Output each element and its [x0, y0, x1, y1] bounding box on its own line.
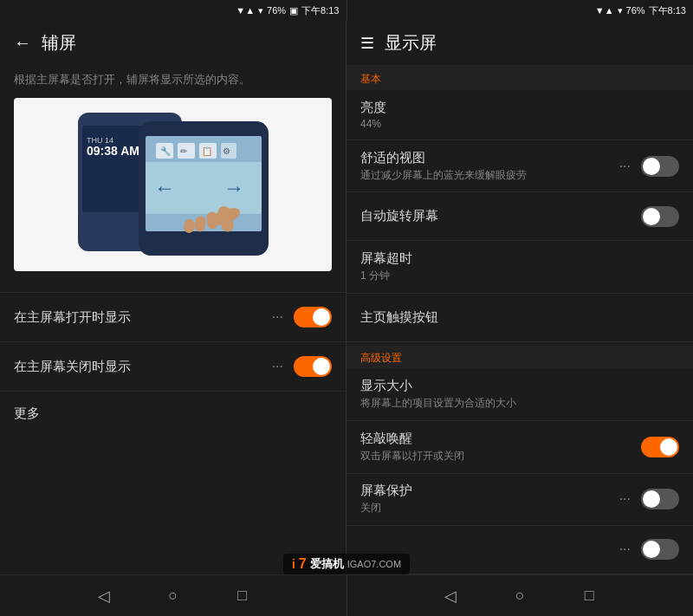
brightness-item[interactable]: 亮度 44% [346, 90, 693, 140]
knock-awake-item[interactable]: 轻敲唤醒 双击屏幕以打开或关闭 [346, 421, 693, 473]
knock-awake-toggle[interactable] [641, 437, 679, 457]
setting-show-on-open: 在主屏幕打开时显示 ··· [0, 292, 346, 341]
show-on-open-more[interactable]: ··· [272, 309, 283, 325]
display-size-item[interactable]: 显示大小 将屏幕上的项目设置为合适的大小 [346, 369, 693, 421]
auto-rotate-toggle[interactable] [641, 206, 679, 227]
comfortable-view-more[interactable]: ··· [619, 159, 631, 174]
screen-timeout-text: 屏幕超时 1 分钟 [360, 250, 679, 283]
right-panel-title: 显示屏 [385, 31, 437, 55]
comfortable-view-text: 舒适的视图 通过减少屏幕上的蓝光来缓解眼疲劳 [360, 150, 619, 183]
more-link[interactable]: 更多 [0, 391, 346, 436]
home-touch-item[interactable]: 主页触摸按钮 [346, 294, 693, 342]
back-button[interactable]: ← [14, 33, 31, 53]
auto-rotate-text: 自动旋转屏幕 [360, 208, 641, 224]
extra-item[interactable]: ··· [346, 526, 693, 574]
screen-timeout-title: 屏幕超时 [360, 250, 679, 267]
brightness-text: 亮度 44% [360, 100, 679, 130]
left-panel: ← 辅屏 根据主屏幕是否打开，辅屏将显示所选的内容。 THU 14 09:38 … [0, 21, 346, 574]
nav-left: ◁ ○ □ [0, 574, 346, 616]
screen-saver-text: 屏幕保护 关闭 [360, 483, 619, 515]
menu-icon[interactable]: ☰ [360, 34, 374, 53]
wifi-icon-right: ▾ [618, 5, 623, 16]
nav-home-left[interactable]: ○ [156, 579, 191, 613]
brightness-sub: 44% [360, 118, 679, 130]
nav-recent-right[interactable]: □ [572, 579, 606, 613]
time-right: 下午8:13 [649, 4, 686, 17]
show-on-close-more[interactable]: ··· [272, 359, 283, 374]
time-left: 下午8:13 [301, 4, 339, 17]
illustration-svg: THU 14 09:38 AM 🔧 ✏ 📋 ⚙ ← → [26, 100, 321, 269]
battery-left: 76% [267, 5, 286, 16]
wifi-icon-left: ▾ [258, 5, 263, 16]
svg-text:⚙: ⚙ [223, 146, 230, 156]
nav-right: ◁ ○ □ [346, 574, 694, 616]
section-basic: 基本 [346, 65, 693, 90]
home-touch-text: 主页触摸按钮 [360, 309, 679, 326]
right-panel: ☰ 显示屏 基本 亮度 44% 舒适的视图 通过减少屏幕上的蓝光来缓解眼疲劳 ·… [346, 21, 693, 574]
svg-text:←: ← [154, 176, 175, 199]
svg-text:📋: 📋 [202, 146, 213, 157]
extra-item-toggle[interactable] [641, 539, 679, 560]
knock-awake-text: 轻敲唤醒 双击屏幕以打开或关闭 [360, 431, 641, 464]
left-panel-title: 辅屏 [42, 31, 76, 55]
left-settings: 在主屏幕打开时显示 ··· 在主屏幕关闭时显示 ··· 更多 [0, 285, 346, 574]
screen-saver-sub: 关闭 [360, 501, 619, 515]
auto-rotate-item[interactable]: 自动旋转屏幕 [346, 192, 693, 241]
extra-item-more[interactable]: ··· [619, 541, 631, 557]
setting-show-on-close-label: 在主屏幕关闭时显示 [14, 359, 272, 375]
battery-right: 76% [626, 5, 645, 16]
auto-rotate-title: 自动旋转屏幕 [360, 208, 641, 224]
screen-saver-title: 屏幕保护 [360, 483, 619, 499]
device-illustration: THU 14 09:38 AM 🔧 ✏ 📋 ⚙ ← → [14, 98, 332, 271]
left-description: 根据主屏幕是否打开，辅屏将显示所选的内容。 [0, 65, 346, 98]
home-touch-title: 主页触摸按钮 [360, 309, 679, 326]
knock-awake-sub: 双击屏幕以打开或关闭 [360, 449, 641, 464]
svg-text:09:38 AM: 09:38 AM [87, 144, 139, 158]
svg-text:→: → [223, 176, 244, 199]
comfortable-view-item[interactable]: 舒适的视图 通过减少屏幕上的蓝光来缓解眼疲劳 ··· [346, 140, 693, 192]
display-size-sub: 将屏幕上的项目设置为合适的大小 [360, 396, 679, 411]
knock-awake-title: 轻敲唤醒 [360, 431, 641, 447]
status-bar-right: ▼▲ ▾ 76% 下午8:13 [347, 0, 694, 21]
comfortable-view-toggle[interactable] [641, 156, 679, 177]
signal-icon-right: ▼▲ [595, 5, 614, 16]
camera-icon: ▣ [289, 5, 298, 16]
svg-text:✏: ✏ [180, 146, 188, 156]
show-on-close-toggle[interactable] [294, 356, 332, 377]
display-size-text: 显示大小 将屏幕上的项目设置为合适的大小 [360, 378, 679, 411]
nav-back-right[interactable]: ◁ [433, 579, 468, 613]
left-header: ← 辅屏 [0, 21, 346, 65]
section-advanced: 高级设置 [346, 346, 693, 369]
screen-saver-item[interactable]: 屏幕保护 关闭 ··· [346, 474, 693, 526]
right-header: ☰ 显示屏 [346, 21, 693, 65]
comfortable-view-sub: 通过减少屏幕上的蓝光来缓解眼疲劳 [360, 168, 619, 183]
nav-back-left[interactable]: ◁ [87, 579, 121, 613]
brightness-title: 亮度 [360, 100, 679, 116]
comfortable-view-title: 舒适的视图 [360, 150, 619, 166]
screen-saver-toggle[interactable] [641, 489, 679, 509]
nav-recent-left[interactable]: □ [225, 579, 260, 613]
status-bar-left: ▼▲ ▾ 76% ▣ 下午8:13 [0, 0, 347, 21]
svg-text:🔧: 🔧 [160, 146, 172, 157]
screen-timeout-item[interactable]: 屏幕超时 1 分钟 [346, 241, 693, 293]
nav-bar: ◁ ○ □ ◁ ○ □ [0, 574, 693, 616]
main-content: ← 辅屏 根据主屏幕是否打开，辅屏将显示所选的内容。 THU 14 09:38 … [0, 21, 693, 574]
display-size-title: 显示大小 [360, 378, 679, 394]
status-bar: ▼▲ ▾ 76% ▣ 下午8:13 ▼▲ ▾ 76% 下午8:13 [0, 0, 693, 21]
signal-icon-left: ▼▲ [236, 5, 255, 16]
screen-timeout-sub: 1 分钟 [360, 269, 679, 283]
setting-show-on-close: 在主屏幕关闭时显示 ··· [0, 341, 346, 391]
screen-saver-more[interactable]: ··· [619, 491, 631, 507]
show-on-open-toggle[interactable] [294, 307, 332, 327]
nav-home-right[interactable]: ○ [502, 579, 537, 613]
setting-show-on-open-label: 在主屏幕打开时显示 [14, 309, 272, 326]
